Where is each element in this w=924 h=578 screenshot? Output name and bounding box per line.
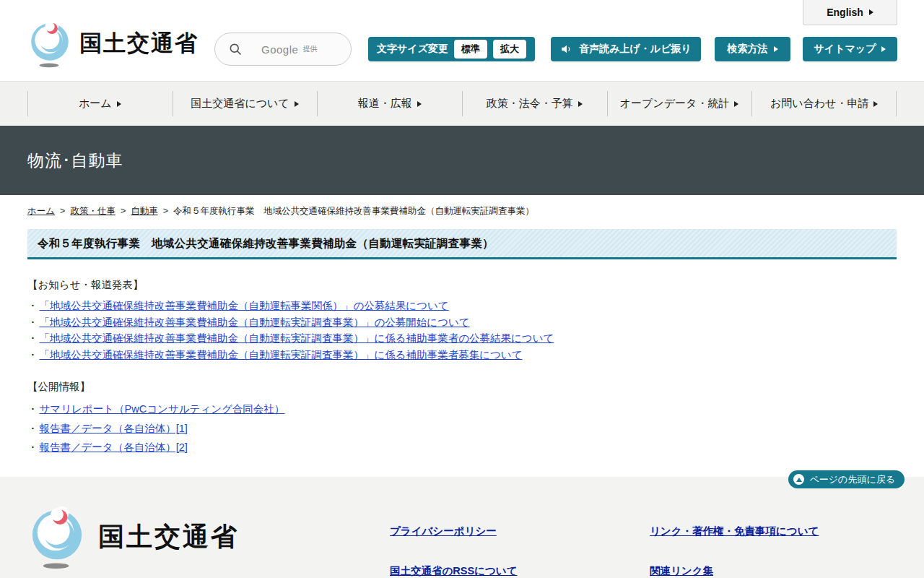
public-info-heading: 【公開情報】 [27, 380, 897, 394]
list-item: ・「地域公共交通確保維持改善事業費補助金（自動運転実証調査事業）」の公募開始につ… [27, 314, 897, 331]
arrow-right-icon [295, 101, 299, 107]
search-icon [228, 42, 243, 56]
news-link[interactable]: 「地域公共交通確保維持改善事業費補助金（自動運転実証調査事業）」に係る補助事業者… [40, 347, 523, 363]
breadcrumb-separator: > [60, 206, 65, 216]
font-size-large-button[interactable]: 拡大 [493, 40, 526, 59]
list-bullet: ・ [27, 347, 38, 363]
font-size-standard-button[interactable]: 標準 [454, 40, 487, 59]
list-item: ・「地域公共交通確保維持改善事業費補助金（自動運転事業関係）」の公募結果について [27, 298, 897, 314]
search-method-button[interactable]: 検索方法 [715, 37, 790, 61]
news-heading: 【お知らせ・報道発表】 [27, 278, 897, 292]
nav-label: 報道・広報 [358, 97, 412, 111]
page-top-label: ページの先頭に戻る [809, 473, 895, 486]
sitemap-button[interactable]: サイトマップ [803, 37, 897, 61]
nav-label: ホーム [79, 97, 112, 111]
nav-item-opendata[interactable]: オープンデータ・統計 [607, 82, 752, 126]
list-bullet: ・ [27, 419, 38, 439]
arrow-up-circle-icon [793, 474, 804, 485]
footer-link-copyright[interactable]: リンク・著作権・免責事項について [650, 525, 819, 538]
search-provided-label: 提供 [302, 44, 317, 54]
nav-item-contact[interactable]: お問い合わせ・申請 [751, 82, 897, 126]
page-category-title: 物流･自動車 [27, 150, 123, 172]
arrow-right-icon [578, 101, 583, 107]
list-item: ・「地域公共交通確保維持改善事業費補助金（自動運転実証調査事業）」に係る補助事業… [27, 347, 897, 363]
nav-item-home[interactable]: ホーム [27, 82, 173, 126]
main-content: ホーム>政策・仕事>自動車>令和５年度執行事業 地域公共交通確保維持改善事業費補… [0, 195, 924, 477]
list-item: ・報告書／データ（各自治体）[2] [27, 438, 897, 457]
arrow-right-icon [873, 101, 878, 107]
footer-site-title: 国土交通省 [98, 519, 239, 555]
breadcrumb-link-policy[interactable]: 政策・仕事 [70, 206, 116, 216]
nav-item-policy[interactable]: 政策・法令・予算 [462, 82, 607, 126]
page-top-button[interactable]: ページの先頭に戻る [788, 470, 905, 488]
sitemap-label: サイトマップ [814, 43, 876, 56]
english-label: English [827, 7, 863, 18]
nav-label: お問い合わせ・申請 [770, 97, 868, 111]
tts-label: 音声読み上げ・ルビ振り [579, 43, 692, 56]
list-bullet: ・ [27, 330, 38, 347]
nav-label: オープンデータ・統計 [620, 97, 730, 111]
public-info-link[interactable]: 報告書／データ（各自治体）[1] [40, 419, 188, 439]
breadcrumb-separator: > [121, 206, 126, 216]
list-item: ・報告書／データ（各自治体）[1] [27, 419, 897, 439]
public-info-link-list: ・サマリレポート（PwCコンサルティング合同会社） ・報告書／データ（各自治体）… [27, 400, 897, 457]
font-size-control: 文字サイズ変更 標準 拡大 [368, 37, 535, 61]
arrow-right-icon [734, 101, 738, 107]
speaker-icon [560, 43, 573, 56]
public-info-link[interactable]: 報告書／データ（各自治体）[2] [40, 438, 188, 457]
site-footer: ページの先頭に戻る 国土交通省 プライバシーポリシー 国土交通省のRSSについて… [0, 477, 924, 578]
list-item: ・「地域公共交通確保維持改善事業費補助金（自動運転実証調査事業）」に係る補助事業… [27, 330, 897, 347]
arrow-right-icon [881, 46, 886, 52]
english-button[interactable]: English [803, 0, 897, 25]
breadcrumb: ホーム>政策・仕事>自動車>令和５年度執行事業 地域公共交通確保維持改善事業費補… [27, 205, 897, 217]
news-link-list: ・「地域公共交通確保維持改善事業費補助金（自動運転事業関係）」の公募結果について… [27, 298, 897, 363]
site-logo[interactable]: 国土交通省 [27, 19, 199, 68]
news-link[interactable]: 「地域公共交通確保維持改善事業費補助金（自動運転実証調査事業）」に係る補助事業者… [40, 330, 554, 347]
page-category-band: 物流･自動車 [0, 126, 924, 195]
breadcrumb-current: 令和５年度執行事業 地域公共交通確保維持改善事業費補助金（自動運転実証調査事業） [173, 206, 534, 216]
list-bullet: ・ [27, 314, 38, 331]
search-method-label: 検索方法 [728, 43, 768, 56]
news-link[interactable]: 「地域公共交通確保維持改善事業費補助金（自動運転事業関係）」の公募結果について [40, 298, 449, 314]
nav-item-press[interactable]: 報道・広報 [317, 82, 462, 126]
font-size-label: 文字サイズ変更 [377, 43, 448, 56]
page: 国土交通省 Google 提供 English 文字サイズ変更 標準 拡大 音声… [0, 0, 924, 578]
arrow-right-icon [774, 46, 778, 52]
list-bullet: ・ [27, 438, 38, 457]
nav-item-about[interactable]: 国土交通省について [173, 82, 318, 126]
public-info-link[interactable]: サマリレポート（PwCコンサルティング合同会社） [40, 400, 285, 419]
section-title-box: 令和５年度執行事業 地域公共交通確保維持改善事業費補助金（自動運転実証調査事業） [27, 229, 897, 259]
search-input[interactable]: Google 提供 [214, 33, 352, 66]
mlit-logo-icon [27, 504, 87, 569]
breadcrumb-separator: > [163, 206, 168, 216]
breadcrumb-link-automobile[interactable]: 自動車 [131, 206, 158, 216]
footer-link-privacy[interactable]: プライバシーポリシー [390, 525, 497, 538]
list-bullet: ・ [27, 400, 38, 419]
mlit-logo-icon [27, 19, 72, 68]
site-title: 国土交通省 [79, 28, 199, 59]
arrow-right-icon [117, 101, 121, 107]
footer-link-related[interactable]: 関連リンク集 [650, 564, 713, 578]
list-bullet: ・ [27, 298, 38, 314]
tts-button[interactable]: 音声読み上げ・ルビ振り [551, 37, 701, 61]
list-item: ・サマリレポート（PwCコンサルティング合同会社） [27, 400, 897, 419]
search-provider-label: Google [261, 43, 298, 56]
footer-logo[interactable]: 国土交通省 [27, 504, 239, 569]
site-header: 国土交通省 Google 提供 English 文字サイズ変更 標準 拡大 音声… [0, 0, 924, 81]
breadcrumb-link-home[interactable]: ホーム [27, 206, 55, 216]
nav-label: 国土交通省について [191, 97, 289, 111]
news-link[interactable]: 「地域公共交通確保維持改善事業費補助金（自動運転実証調査事業）」の公募開始につい… [40, 314, 470, 331]
arrow-right-icon [869, 9, 873, 15]
nav-label: 政策・法令・予算 [487, 97, 573, 111]
footer-link-rss[interactable]: 国土交通省のRSSについて [390, 564, 518, 578]
section-title: 令和５年度執行事業 地域公共交通確保維持改善事業費補助金（自動運転実証調査事業） [38, 236, 886, 251]
arrow-right-icon [417, 101, 422, 107]
main-nav: ホーム 国土交通省について 報道・広報 政策・法令・予算 オープンデータ・統計 … [0, 81, 924, 126]
